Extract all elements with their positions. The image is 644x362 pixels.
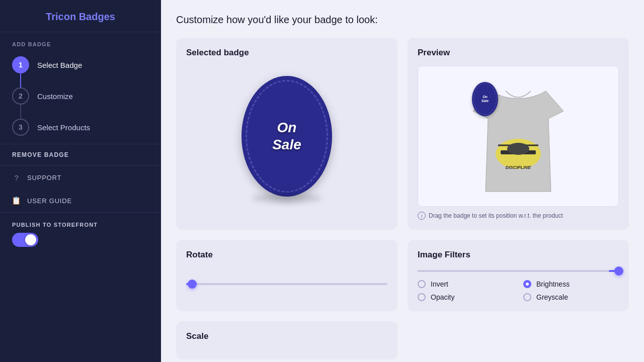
step-row-2[interactable]: 2 Customize [12, 87, 149, 105]
steps-list: 1 Select Badge 2 Customize 3 Select Prod… [0, 52, 161, 144]
selected-badge-title: Selected badge [186, 48, 387, 58]
selected-badge-card: Selected badge OnSale [176, 38, 397, 230]
image-filters-card: Image Filters Invert Brightness [408, 240, 629, 311]
greyscale-radio[interactable] [523, 293, 531, 301]
sidebar: Tricon Badges ADD BADGE 1 Select Badge 2… [0, 0, 161, 362]
step-connector-1-2 [20, 73, 21, 87]
user-guide-link[interactable]: 📋 USER GUIDE [0, 189, 161, 212]
brightness-label: Brightness [536, 280, 570, 288]
svg-point-5 [507, 143, 529, 155]
preview-title: Preview [418, 48, 619, 58]
main-content: Customize how you'd like your badge to l… [161, 0, 644, 362]
image-filters-title: Image Filters [418, 250, 619, 260]
step-row-1[interactable]: 1 Select Badge [12, 56, 149, 73]
filter-option-invert[interactable]: Invert [418, 280, 513, 288]
scale-title: Scale [186, 331, 387, 341]
publish-toggle[interactable] [12, 233, 38, 247]
step-circle-2: 2 [12, 87, 29, 105]
step-circle-3: 3 [12, 119, 29, 136]
greyscale-label: Greyscale [536, 293, 568, 301]
badge-oval: OnSale [242, 76, 332, 197]
scale-card: Scale [176, 321, 397, 359]
badge-preview-label: OnSale [481, 95, 489, 104]
drag-hint: i Drag the badge to set its position w.r… [418, 212, 619, 220]
guide-icon: 📋 [12, 196, 21, 205]
page-title: Customize how you'd like your badge to l… [176, 14, 629, 26]
preview-area[interactable]: DISCIPLINE OnSale [418, 66, 619, 207]
publish-label: PUBLISH TO STOREFRONT [12, 222, 149, 228]
invert-label: Invert [431, 280, 448, 288]
step-circle-1: 1 [12, 56, 29, 73]
filter-option-brightness[interactable]: Brightness [523, 280, 619, 288]
support-label: SUPPORT [27, 174, 61, 182]
brightness-radio[interactable] [523, 280, 531, 288]
step-label-2: Customize [37, 92, 73, 101]
badge-display: OnSale [186, 66, 387, 207]
filter-options: Invert Brightness Opacity Greyscale [418, 280, 619, 301]
support-link[interactable]: ? SUPPORT [0, 165, 161, 189]
badge-text: OnSale [272, 119, 301, 153]
invert-radio[interactable] [418, 280, 426, 288]
svg-text:DISCIPLINE: DISCIPLINE [506, 165, 532, 170]
filter-slider-thumb[interactable] [614, 266, 623, 276]
publish-section: PUBLISH TO STOREFRONT [0, 212, 161, 256]
opacity-label: Opacity [431, 293, 454, 301]
user-guide-label: USER GUIDE [27, 197, 72, 205]
opacity-radio[interactable] [418, 293, 426, 301]
badge-shadow [252, 194, 322, 203]
filter-option-greyscale[interactable]: Greyscale [523, 293, 619, 301]
filter-slider-track [418, 270, 619, 272]
sidebar-title: Tricon Badges [0, 0, 161, 32]
drag-hint-text: Drag the badge to set its position w.r.t… [429, 212, 563, 219]
rotate-title: Rotate [186, 250, 387, 260]
toggle-thumb [25, 234, 36, 245]
step-label-3: Select Products [37, 123, 90, 132]
tshirt-container: DISCIPLINE OnSale [463, 71, 574, 202]
remove-badge-button[interactable]: REMOVE BADGE [0, 144, 161, 165]
info-icon: i [418, 212, 426, 220]
rotate-card: Rotate [176, 240, 397, 311]
add-badge-section-label: ADD BADGE [0, 32, 161, 52]
badge-preview-overlay[interactable]: OnSale [472, 82, 498, 116]
step-connector-2-3 [20, 105, 21, 119]
support-icon: ? [12, 173, 21, 182]
cards-grid: Selected badge OnSale Preview [176, 38, 629, 359]
step-row-3[interactable]: 3 Select Products [12, 119, 149, 136]
preview-card: Preview [408, 38, 629, 230]
rotate-slider-container [186, 268, 387, 295]
rotate-slider-track [186, 283, 387, 285]
step-label-1: Select Badge [37, 61, 82, 69]
filter-option-opacity[interactable]: Opacity [418, 293, 513, 301]
